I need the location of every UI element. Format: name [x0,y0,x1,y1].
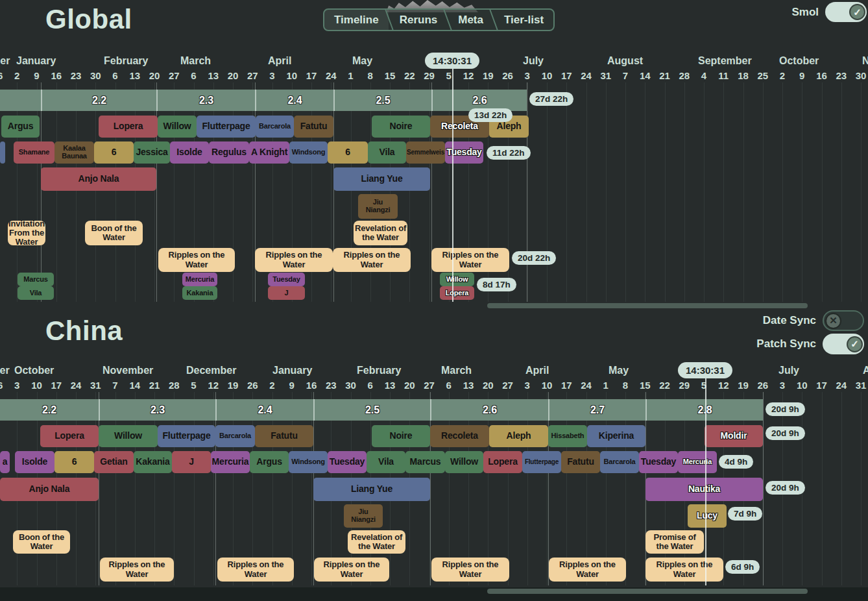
banner-getian[interactable]: Getian [94,451,134,473]
banner-a[interactable]: a [0,451,10,473]
banner-fatutu[interactable]: Fatutu [255,425,313,447]
banner-recoleta[interactable]: Recoleta [430,425,489,447]
version-segment[interactable] [0,90,41,111]
event-ripples-on-the[interactable]: Ripples on theWater [255,248,333,272]
banner-isolde[interactable]: Isolde [170,141,209,164]
banner-liang-yue[interactable]: Liang Yue [333,167,430,191]
event-promise-of[interactable]: Promise ofthe Water [645,530,704,554]
event-ripples-on-the[interactable]: Ripples on theWater [217,558,294,582]
banner-willow[interactable]: Willow [99,425,158,447]
banner-lopera[interactable]: Lopera [40,425,99,447]
banner-marcus[interactable]: Marcus [405,451,445,473]
banner-liang-yue[interactable]: Liang Yue [313,478,430,501]
banner-lopera[interactable]: Lopera [440,286,474,300]
banner-j[interactable]: J [268,286,305,300]
banner-anjo-nala[interactable]: Anjo Nala [41,167,156,191]
version-segment[interactable]: 2.2 [41,90,156,111]
banner-jiu[interactable]: JiuNiangzi [344,504,383,528]
banner-nautika[interactable]: Nautika [645,478,763,501]
banner-barcarola[interactable]: Barcarola [215,425,255,447]
date-sync-toggle[interactable]: ✕ [823,310,864,331]
event-ripples-on-the[interactable]: Ripples on theWater [431,248,509,272]
banner-tuesday[interactable]: Tuesday [445,141,483,164]
version-segment[interactable]: 2.6 [430,399,548,421]
version-segment[interactable]: 2.2 [0,399,99,421]
banner-tuesday[interactable]: Tuesday [639,451,678,473]
banner-hissabeth[interactable]: Hissabeth [548,425,587,447]
banner-6[interactable]: 6 [54,451,94,473]
banner-barcarola[interactable]: Barcarola [256,116,294,138]
banner-windsong[interactable]: Windsong [289,451,328,473]
banner-aleph[interactable]: Aleph [489,425,548,447]
event-revelation-of[interactable]: Revelation ofthe Water [354,221,407,245]
banner-kiperina[interactable]: Kiperina [587,425,645,447]
banner-kaalaa[interactable]: KaalaaBaunaa [54,141,94,164]
smol-toggle[interactable]: ✓ [825,2,867,22]
event-ripples-on-the[interactable]: Ripples on theWater [100,558,174,582]
banner-fatutu[interactable]: Fatutu [561,451,600,473]
horizontal-scrollbar[interactable] [487,589,808,594]
event-boon-of-the[interactable]: Boon of theWater [85,221,143,245]
version-segment[interactable]: 2.5 [313,399,430,421]
banner-willow[interactable]: Willow [445,451,483,473]
banner-windsong[interactable]: Windsong [289,141,328,164]
banner-6[interactable]: 6 [94,141,134,164]
version-segment[interactable]: 2.4 [255,90,333,111]
banner-mercuria[interactable]: Mercuria [211,451,250,473]
banner-kakania[interactable]: Kakania [134,451,172,473]
banner-6[interactable]: 6 [328,141,368,164]
version-segment[interactable]: 2.5 [333,90,431,111]
event-ripples-on-the[interactable]: Ripples on theWater [549,558,626,582]
banner-noire[interactable]: Noire [372,116,430,138]
banner-jessica[interactable]: Jessica [134,141,170,164]
tab-tier-list[interactable]: Tier-list [494,10,553,30]
banner-tuesday[interactable]: Tuesday [328,451,367,473]
banner-flutterpage[interactable]: Flutterpage [522,451,561,473]
banner-item[interactable] [0,141,5,164]
horizontal-scrollbar[interactable] [487,303,808,308]
banner-kakania[interactable]: Kakania [182,286,217,300]
event-ripples-on-the[interactable]: Ripples on theWater [314,558,389,582]
tab-meta[interactable]: Meta [448,10,493,30]
banner-mercuria[interactable]: Mercuria [182,273,217,286]
version-segment[interactable]: 2.3 [156,90,255,111]
banner-shamane[interactable]: Shamane [14,141,54,164]
version-segment[interactable]: 2.4 [215,399,313,421]
banner-lucy[interactable]: Lucy [688,504,727,528]
banner-a-knight[interactable]: A Knight [249,141,289,164]
banner-willow[interactable]: Willow [440,273,474,286]
banner-vila[interactable]: Vila [18,286,54,300]
tab-reruns[interactable]: Reruns [390,10,448,30]
event-ripples-on-the[interactable]: Ripples on theWater [645,558,723,582]
banner-semmelweis[interactable]: Semmelweis [406,141,445,164]
banner-flutterpage[interactable]: Flutterpage [158,425,215,447]
banner-argus[interactable]: Argus [1,116,40,138]
banner-noire[interactable]: Noire [372,425,430,447]
version-segment[interactable]: 2.7 [548,399,645,421]
banner-mercuria[interactable]: Mercuria [678,451,717,473]
event-ripples-on-the[interactable]: Ripples on theWater [158,248,235,272]
banner-jiu[interactable]: JiuNiangzi [358,194,398,219]
banner-barcarola[interactable]: Barcarola [600,451,639,473]
banner-lopera[interactable]: Lopera [483,451,522,473]
banner-argus[interactable]: Argus [250,451,289,473]
banner-tuesday[interactable]: Tuesday [268,273,305,286]
banner-flutterpage[interactable]: Flutterpage [197,116,256,138]
patch-sync-toggle[interactable]: ✓ [823,334,864,354]
banner-vila[interactable]: Vila [367,451,405,473]
event-invitation[interactable]: InvitationFrom theWater [8,221,45,245]
banner-j[interactable]: J [172,451,211,473]
event-ripples-on-the[interactable]: Ripples on theWater [431,558,509,582]
banner-isolde[interactable]: Isolde [15,451,54,473]
banner-marcus[interactable]: Marcus [18,273,54,286]
event-ripples-on-the[interactable]: Ripples on theWater [333,248,411,272]
banner-willow[interactable]: Willow [158,116,197,138]
event-revelation-of[interactable]: Revelation ofthe Water [348,530,405,554]
tab-timeline[interactable]: Timeline [324,10,389,30]
banner-fatutu[interactable]: Fatutu [294,116,333,138]
banner-moldir[interactable]: Moldir [705,425,763,447]
banner-vila[interactable]: Vila [368,141,406,164]
version-segment[interactable]: 2.3 [99,399,215,421]
banner-regulus[interactable]: Regulus [209,141,249,164]
version-segment[interactable]: 2.8 [645,399,763,421]
